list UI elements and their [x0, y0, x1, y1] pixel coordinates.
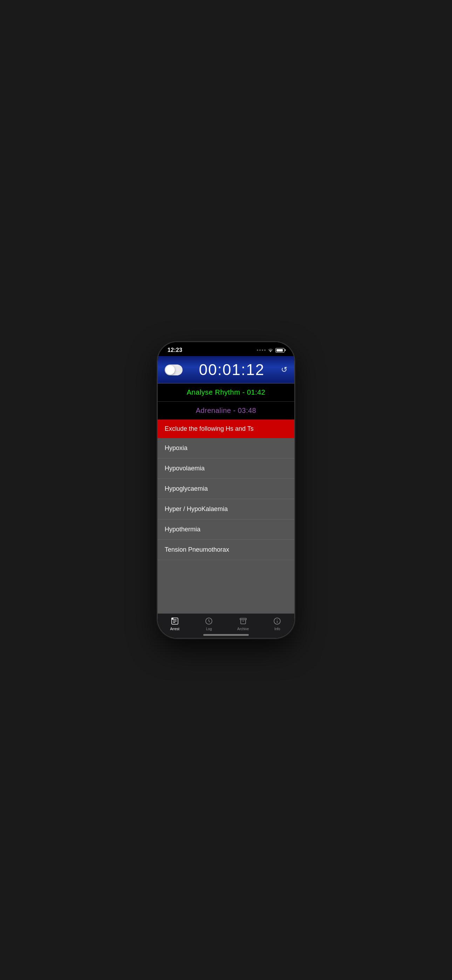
hs-ts-title: Exclude the following Hs and Ts [165, 425, 254, 432]
list-item-text: Hypothermia [165, 526, 201, 533]
tab-arrest-label: Arrest [170, 627, 180, 631]
toggle-switch[interactable] [165, 364, 183, 375]
list-item[interactable]: Tension Pneumothorax [158, 540, 294, 560]
analyse-text: Analyse Rhythm - 01:42 [187, 388, 265, 396]
list-item[interactable]: Hypovolaemia [158, 458, 294, 479]
log-icon [204, 617, 213, 626]
signal-dot-4 [264, 350, 266, 351]
svg-point-10 [277, 620, 277, 620]
tab-info-label: Info [274, 627, 280, 631]
status-icons [257, 347, 285, 353]
list-item-text: Hypoglycaemia [165, 485, 208, 492]
tab-arrest[interactable]: Arrest [158, 617, 192, 631]
toggle-knob [166, 365, 175, 375]
signal-dot-3 [262, 350, 263, 351]
tab-log-label: Log [206, 627, 212, 631]
list-item-text: Tension Pneumothorax [165, 546, 229, 553]
tab-archive[interactable]: Archive [226, 617, 260, 631]
wifi-icon [268, 347, 273, 353]
list-item-text: Hypoxia [165, 444, 188, 452]
list-items: Hypoxia Hypovolaemia Hypoglycaemia Hyper… [158, 438, 294, 613]
list-item-text: Hyper / HypoKalaemia [165, 506, 228, 512]
adrenaline-section[interactable]: Adrenaline - 03:48 [158, 402, 294, 420]
timer-section: 00:01:12 ↺ [158, 356, 294, 383]
home-indicator [203, 634, 249, 636]
tab-archive-label: Archive [237, 627, 249, 631]
analyse-section[interactable]: Analyse Rhythm - 01:42 [158, 383, 294, 402]
reset-icon[interactable]: ↺ [281, 365, 287, 374]
archive-icon [239, 617, 248, 626]
adrenaline-text: Adrenaline - 03:48 [196, 407, 256, 414]
battery-icon [275, 348, 285, 353]
main-content: Exclude the following Hs and Ts Hypoxia … [158, 420, 294, 613]
list-item[interactable]: Hypothermia [158, 519, 294, 540]
battery-fill [277, 349, 283, 352]
list-item[interactable]: Hypoxia [158, 438, 294, 458]
svg-rect-4 [172, 618, 173, 619]
hs-ts-header[interactable]: Exclude the following Hs and Ts [158, 420, 294, 438]
tab-info[interactable]: Info [260, 617, 295, 631]
signal-dot-2 [259, 350, 261, 351]
list-item[interactable]: Hypoglycaemia [158, 479, 294, 499]
status-bar: 12:23 [158, 342, 294, 356]
info-icon [272, 617, 282, 626]
phone-screen: 12:23 [158, 342, 294, 638]
tab-log[interactable]: Log [192, 617, 226, 631]
list-item[interactable]: Hyper / HypoKalaemia [158, 499, 294, 519]
list-item-text: Hypovolaemia [165, 465, 205, 472]
svg-rect-6 [240, 618, 246, 620]
arrest-icon [170, 617, 180, 626]
status-time: 12:23 [167, 347, 182, 353]
signal-dot-1 [257, 350, 258, 351]
phone-frame: 12:23 [158, 342, 294, 638]
signal-dots [257, 350, 266, 351]
timer-display: 00:01:12 [183, 361, 281, 379]
